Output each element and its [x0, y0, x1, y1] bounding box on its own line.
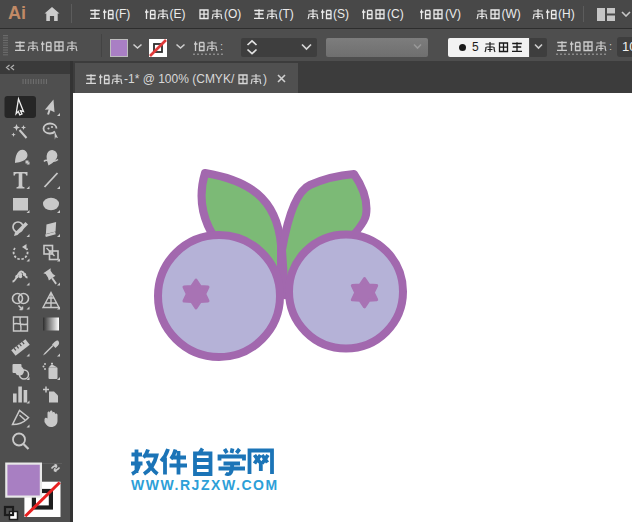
svg-text:WWW.RJZXW.COM: WWW.RJZXW.COM: [131, 477, 279, 493]
svg-text::: :: [220, 40, 223, 52]
svg-text:-1* @ 100% (CMYK/: -1* @ 100% (CMYK/: [124, 72, 235, 86]
svg-text::: :: [609, 40, 612, 52]
svg-text:): ): [263, 72, 267, 86]
